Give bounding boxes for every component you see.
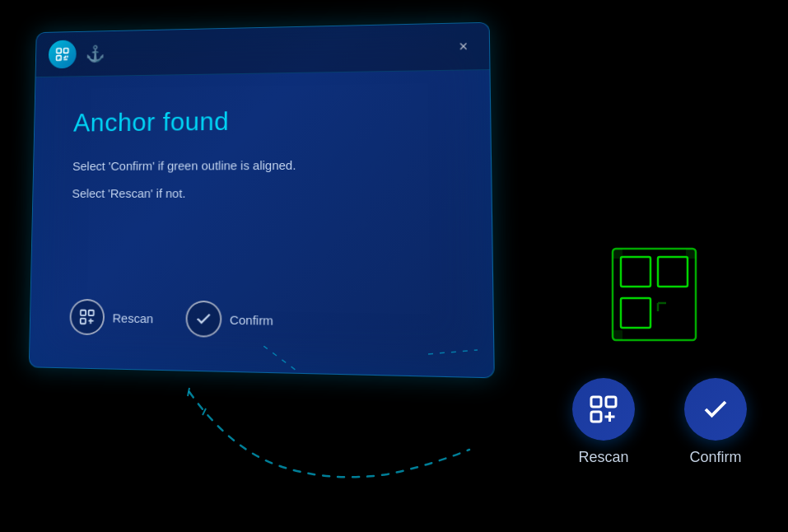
anchor-icon: ⚓ <box>86 44 105 63</box>
svg-rect-16 <box>613 330 622 340</box>
svg-rect-0 <box>57 49 62 54</box>
anchor-outline-box <box>611 247 697 342</box>
rescan-label-float: Rescan <box>578 449 628 466</box>
svg-rect-2 <box>57 56 62 61</box>
svg-rect-18 <box>606 397 616 407</box>
rescan-button-panel[interactable]: Rescan <box>69 299 153 337</box>
dialog-description-line2: Select 'Rescan' if not. <box>72 184 448 204</box>
close-button[interactable]: × <box>451 35 475 58</box>
dialog-actions: Rescan Confirm <box>69 299 273 338</box>
svg-rect-12 <box>658 257 688 287</box>
scan-icon-circle <box>49 40 77 68</box>
confirm-button-group: Confirm <box>684 378 747 466</box>
svg-rect-10 <box>613 249 696 340</box>
close-icon[interactable]: × <box>459 38 468 55</box>
dialog-title: Anchor found <box>73 104 447 138</box>
dialog-title-bar: ⚓ × <box>35 23 489 77</box>
confirm-button-panel[interactable]: Confirm <box>185 301 273 338</box>
dialog-content: Anchor found Select 'Confirm' if green o… <box>32 70 492 238</box>
confirm-check-icon-panel <box>194 310 212 329</box>
svg-line-6 <box>188 388 189 396</box>
svg-rect-3 <box>81 310 86 315</box>
confirm-button-float[interactable] <box>684 378 747 441</box>
svg-rect-11 <box>621 257 650 287</box>
confirm-check-icon-float <box>701 394 730 424</box>
svg-rect-19 <box>591 412 601 422</box>
dialog-description-line1: Select 'Confirm' if green outline is ali… <box>72 155 448 176</box>
float-buttons-container: Rescan Confirm <box>572 378 747 466</box>
svg-rect-1 <box>63 49 68 54</box>
confirm-label-float: Confirm <box>689 449 741 466</box>
svg-line-7 <box>203 408 206 415</box>
scan-icon <box>54 46 70 62</box>
svg-rect-13 <box>621 298 650 328</box>
svg-rect-5 <box>81 319 86 324</box>
rescan-button-group: Rescan <box>572 378 635 466</box>
svg-rect-15 <box>686 249 696 259</box>
dashed-arc <box>165 384 494 483</box>
confirm-icon-circle-panel <box>185 301 221 338</box>
rescan-icon-circle-panel <box>69 299 105 335</box>
svg-rect-4 <box>89 310 94 315</box>
rescan-button-float[interactable] <box>572 378 635 441</box>
rescan-label-panel: Rescan <box>113 310 154 325</box>
confirm-label-panel: Confirm <box>230 312 273 327</box>
rescan-icon-float <box>589 394 618 424</box>
svg-rect-17 <box>591 397 601 407</box>
rescan-icon-panel <box>78 308 96 326</box>
svg-rect-14 <box>613 249 622 259</box>
anchor-dialog-panel: ⚓ × Anchor found Select 'Confirm' if gre… <box>29 22 495 379</box>
